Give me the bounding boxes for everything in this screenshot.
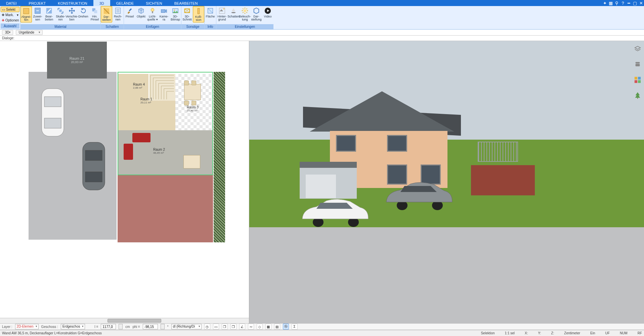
tool-icon-3[interactable]: ⚲: [614, 0, 620, 6]
ribbon-beleuchtung-button[interactable]: Beleuch- tung: [239, 6, 251, 22]
tab-3d[interactable]: 3D: [93, 0, 110, 6]
sofa-2: [124, 144, 133, 160]
mark-tool[interactable]: ✥Mark.▾: [1, 12, 19, 17]
minimize-icon[interactable]: ━: [626, 0, 632, 6]
scrollbar-thumb[interactable]: [108, 319, 161, 323]
car-grey-1: [80, 141, 108, 191]
ribbon-btn-label: 3D- Bitmap: [171, 15, 180, 21]
text-cursor-icon[interactable]: Ꮖ: [292, 324, 298, 330]
pinsel-icon: [126, 7, 134, 15]
view-3d-render[interactable]: [249, 41, 644, 323]
horizontal-scrollbar[interactable]: [0, 318, 249, 323]
window-upper-right: [387, 135, 407, 152]
ribbon-drehen-button[interactable]: Drehen: [78, 6, 89, 19]
length-spinner[interactable]: [119, 324, 123, 329]
svg-rect-3: [59, 9, 61, 12]
grid2-icon[interactable]: ▤: [274, 324, 280, 330]
tab-sichten[interactable]: SICHTEN: [140, 0, 168, 6]
tab-projekt[interactable]: PROJEKT: [23, 0, 52, 6]
dl-combo[interactable]: dl (Richtung/Di: [171, 324, 202, 329]
svg-rect-32: [636, 62, 640, 64]
ribbon-kamera-button[interactable]: Kame- ra: [158, 6, 170, 22]
view-mode[interactable]: 3D: [2, 30, 13, 35]
layers-icon[interactable]: [634, 45, 642, 53]
ribbon-btn-label: Verschie- ben: [66, 15, 78, 21]
zuweisen-icon: [34, 7, 42, 15]
ribbon-schnitt3d-button[interactable]: 3D- Schnitt: [181, 6, 193, 22]
ribbon-btn-label: Licht- quelle ▾: [147, 15, 158, 21]
ribbon-btn-label: Dar- stellen: [102, 15, 111, 21]
length-input[interactable]: [101, 324, 116, 329]
ribbon-btn-label: Objekt: [137, 15, 145, 18]
ribbon-lichtquelle-button[interactable]: Licht- quelle ▾: [147, 6, 158, 22]
n-toggle-icon[interactable]: Ⓝ: [283, 324, 289, 330]
grid-icon[interactable]: ▦: [265, 324, 271, 330]
layers-toggle-icon[interactable]: ❐: [222, 324, 228, 330]
objekt-icon: [137, 7, 145, 15]
maximize-icon[interactable]: ▢: [632, 0, 638, 6]
ribbon-skalieren-button[interactable]: Skalie- ren: [55, 6, 66, 22]
view-2d-floorplan[interactable]: Raum 2120,83 m² Raum 42,88 m² Raum 120,1…: [0, 41, 249, 323]
tab-gelaende[interactable]: GELÄNDE: [110, 0, 140, 6]
layer-label: Layer :: [2, 325, 12, 329]
ribbon-zuweisen-button[interactable]: Zuwei- sen: [32, 6, 43, 22]
ribbon-darstellen-button[interactable]: Dar- stellen: [101, 6, 112, 22]
ribbon-abgreifen-button[interactable]: Abgrei- fen: [20, 6, 32, 22]
geschoss-label: Geschoss :: [41, 325, 58, 329]
furniture-icon[interactable]: [634, 60, 642, 68]
ribbon-kollision-button[interactable]: Kolli- sion: [193, 6, 204, 22]
dining-table-1: [183, 155, 200, 169]
ribbon-darstellung-button[interactable]: Dar- stellung: [251, 6, 262, 22]
terrain-layer[interactable]: Urgelände: [16, 30, 43, 35]
svg-rect-31: [636, 64, 640, 66]
help-icon[interactable]: ?: [620, 0, 626, 6]
close-icon[interactable]: ✕: [638, 0, 644, 6]
bitmap3d-icon: [171, 7, 179, 15]
ribbon-schatten2-button[interactable]: Schatten: [228, 6, 239, 19]
ribbon-hinpinsel-button[interactable]: Hin. Pinsel: [89, 6, 100, 22]
tool-icon-2[interactable]: ▦: [608, 0, 614, 6]
verschieben-icon: [68, 7, 76, 15]
clock-icon[interactable]: ◷: [204, 324, 210, 330]
ribbon-video-button[interactable]: Video: [262, 6, 273, 19]
ribbon-rechnen-button[interactable]: Rech- nen: [112, 6, 124, 22]
angle-snap-icon[interactable]: ∠: [239, 324, 245, 330]
bottom-toolbar: Layer : 2D-Elemen Geschoss : Erdgeschos …: [0, 323, 644, 330]
tab-konstruktion[interactable]: KONSTRUKTION: [52, 0, 93, 6]
group-einstellungen: Hinter- grundSchattenBeleuch- tungDar- s…: [216, 6, 273, 29]
status-y: Y:: [538, 331, 541, 335]
tool-icon-1[interactable]: ✦: [602, 0, 608, 6]
swatches-icon[interactable]: [634, 76, 642, 84]
monitor-icon[interactable]: ▭: [213, 324, 219, 330]
layer-combo[interactable]: 2D-Elemen: [15, 324, 39, 329]
group-label-einstellungen: Einstellungen: [216, 24, 273, 29]
tree-icon[interactable]: [634, 91, 642, 99]
ribbon-bearbeiten-button[interactable]: Bear- beiten: [43, 6, 55, 22]
video-icon: [264, 7, 272, 15]
balcony: [478, 142, 518, 162]
select-tool[interactable]: ▭Selekt: [1, 7, 19, 12]
ribbon-bitmap3d-button[interactable]: 3D- Bitmap: [170, 6, 181, 22]
status-z: Z:: [551, 331, 554, 335]
link-icon[interactable]: ∾: [248, 324, 254, 330]
ribbon-verschieben-button[interactable]: Verschie- ben: [66, 6, 78, 22]
pavement: [249, 227, 644, 323]
status-rf: RF: [638, 331, 642, 335]
ribbon-hintergrund-button[interactable]: Hinter- grund: [216, 6, 228, 22]
ribbon-objekt-button[interactable]: Objekt: [135, 6, 147, 19]
status-selektion: Selektion: [481, 331, 495, 335]
tab-datei[interactable]: DATEI: [0, 0, 23, 6]
cube-icon[interactable]: ❒: [230, 324, 237, 330]
status-bar: Wand AW 36,5 m, Deckenauflager L=Konstru…: [0, 330, 644, 336]
ortho-icon[interactable]: ◇: [257, 324, 263, 330]
garage-3d: [300, 162, 357, 199]
group-material: Abgrei- fenZuwei- senBear- beitenSkalie-…: [20, 6, 100, 29]
options-tool[interactable]: ✚Optionen: [1, 17, 19, 23]
chair: [191, 81, 196, 85]
phi-spinner[interactable]: [161, 324, 165, 329]
geschoss-combo[interactable]: Erdgeschos: [61, 324, 85, 329]
phi-input[interactable]: [143, 324, 158, 329]
ribbon-flaeche-button[interactable]: Fläche: [205, 6, 216, 19]
ribbon-pinsel-button[interactable]: Pinsel: [124, 6, 135, 19]
tab-bearbeiten[interactable]: BEARBEITEN: [168, 0, 204, 6]
